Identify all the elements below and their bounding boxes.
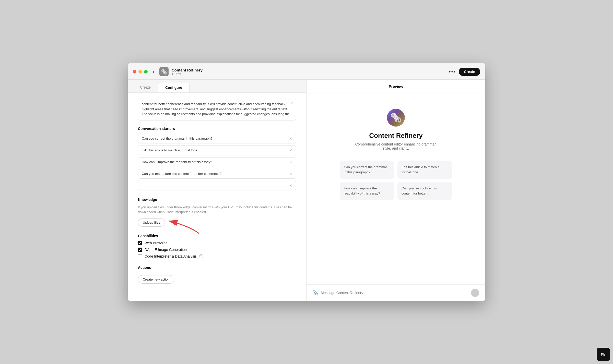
- create-action-button[interactable]: Create new action: [138, 275, 174, 284]
- fullscreen-button[interactable]: [144, 70, 148, 74]
- capability-web-browsing: Web Browsing: [138, 241, 296, 245]
- system-prompt-area[interactable]: content for better coherence and readabi…: [138, 98, 296, 120]
- code-interpreter-checkbox[interactable]: [138, 254, 142, 258]
- main-content: Create Configure content for better cohe…: [128, 80, 485, 301]
- draft-dot: [172, 73, 173, 75]
- web-browsing-checkbox[interactable]: [138, 241, 142, 245]
- suggestion-card-1[interactable]: Can you correct the grammar in this para…: [340, 161, 394, 179]
- preview-description: Comprehensive content editor enhancing g…: [352, 142, 439, 150]
- starter-close-1[interactable]: ✕: [289, 137, 292, 141]
- preview-footer: 📎 ↑: [306, 284, 485, 301]
- close-button[interactable]: [133, 70, 136, 74]
- app-title-group: Content Refinery Draft: [172, 68, 203, 76]
- suggestion-card-3[interactable]: How can I improve the readability of thi…: [340, 182, 394, 200]
- send-button[interactable]: ↑: [471, 289, 479, 297]
- knowledge-label: Knowledge: [138, 198, 296, 202]
- capabilities-section: Capabilities Web Browsing DALL-E Image G…: [138, 234, 296, 258]
- system-prompt-close-icon[interactable]: ✕: [291, 100, 294, 105]
- code-interpreter-help-icon[interactable]: ?: [199, 254, 203, 258]
- starter-text-1: Can you correct the grammar in this para…: [142, 137, 287, 140]
- web-browsing-label: Web Browsing: [145, 241, 168, 245]
- tab-bar: Create Configure: [128, 80, 306, 93]
- preview-header: Preview: [306, 80, 485, 93]
- tab-configure[interactable]: Configure: [158, 83, 190, 92]
- annotation-arrow: [163, 216, 204, 236]
- capability-code-interpreter: Code Interpreter & Data Analysis ?: [138, 254, 296, 258]
- starter-item-4: Can you restructure this content for bet…: [138, 169, 296, 179]
- actions-label: Actions: [138, 265, 296, 270]
- suggestion-grid: Can you correct the grammar in this para…: [340, 161, 452, 200]
- starters-label: Conversation starters: [138, 127, 296, 131]
- starter-item-3: How can I improve the readability of thi…: [138, 157, 296, 167]
- panel-body: content for better coherence and readabi…: [128, 93, 306, 301]
- titlebar: ‹ 🗞️ Content Refinery Draft ••• Create: [128, 63, 485, 80]
- starter-item-1: Can you correct the grammar in this para…: [138, 134, 296, 143]
- starter-close-4[interactable]: ✕: [289, 172, 292, 176]
- capabilities-label: Capabilities: [138, 234, 296, 238]
- starter-close-3[interactable]: ✕: [289, 160, 292, 164]
- traffic-lights: [133, 70, 148, 74]
- code-interpreter-label: Code Interpreter & Data Analysis: [145, 254, 197, 258]
- attach-icon[interactable]: 📎: [313, 290, 318, 296]
- dalle-checkbox[interactable]: [138, 248, 142, 252]
- upload-files-button[interactable]: Upload files: [138, 218, 165, 227]
- preview-avatar: 🗞️: [387, 109, 405, 127]
- upload-button-wrapper: Upload files: [138, 218, 296, 227]
- app-subtitle: Draft: [172, 72, 203, 76]
- back-button[interactable]: ‹: [151, 68, 156, 76]
- starter-item-2: Edit this article to match a formal tone…: [138, 145, 296, 155]
- minimize-button[interactable]: [138, 70, 142, 74]
- starter-close-2[interactable]: ✕: [289, 148, 292, 152]
- dalle-label: DALL-E Image Generation: [145, 248, 187, 252]
- more-button[interactable]: •••: [449, 69, 456, 75]
- starter-text-3: How can I improve the readability of thi…: [142, 160, 287, 164]
- starter-text-4: Can you restructure this content for bet…: [142, 172, 287, 176]
- starter-close-empty[interactable]: ✕: [289, 184, 292, 188]
- create-button[interactable]: Create: [459, 68, 480, 76]
- preview-title: Content Refinery: [369, 132, 422, 140]
- titlebar-right: ••• Create: [449, 68, 480, 76]
- system-prompt-text: content for better coherence and readabi…: [142, 102, 290, 116]
- preview-body: 🗞️ Content Refinery Comprehensive conten…: [306, 93, 485, 284]
- avatar: 🗞️: [159, 67, 169, 76]
- right-panel: Preview 🗞️ Content Refinery Comprehensiv…: [306, 80, 485, 301]
- suggestion-card-2[interactable]: Edit this article to match a formal tone…: [397, 161, 452, 179]
- message-input[interactable]: [321, 291, 468, 295]
- capability-dalle: DALL-E Image Generation: [138, 248, 296, 252]
- knowledge-description: If you upload files under Knowledge, con…: [138, 205, 296, 215]
- left-panel: Create Configure content for better cohe…: [128, 80, 306, 301]
- suggestion-card-4[interactable]: Can you restructure this content for bet…: [397, 182, 452, 200]
- starter-text-2: Edit this article to match a formal tone…: [142, 148, 287, 152]
- knowledge-section: Knowledge If you upload files under Know…: [138, 198, 296, 227]
- actions-section: Actions Create new action: [138, 265, 296, 284]
- tab-create[interactable]: Create: [133, 83, 158, 92]
- conversation-starters-section: Conversation starters Can you correct th…: [138, 127, 296, 190]
- starter-input-row[interactable]: ✕: [138, 181, 296, 190]
- starter-input-field[interactable]: [142, 184, 287, 187]
- app-window: ‹ 🗞️ Content Refinery Draft ••• Create C…: [128, 63, 485, 301]
- app-title: Content Refinery: [172, 68, 203, 72]
